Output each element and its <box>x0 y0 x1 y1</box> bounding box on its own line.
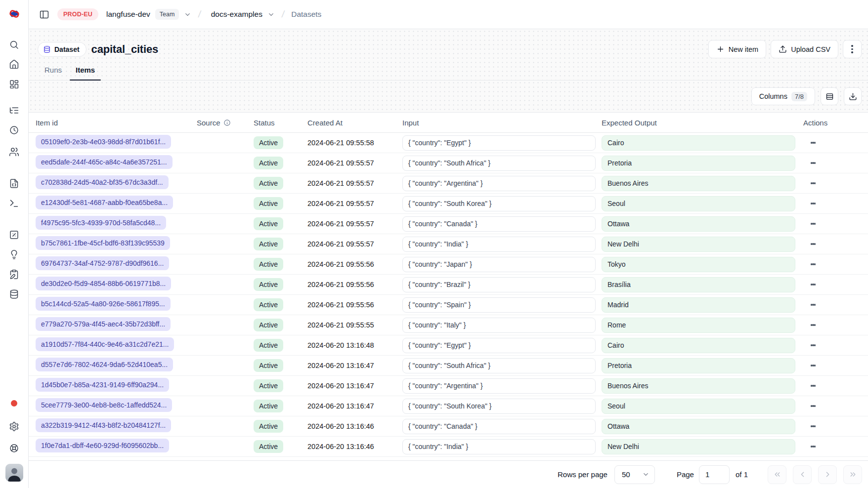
item-id-badge[interactable]: a322b319-9412-4f43-b8f2-b20484127f... <box>36 418 171 432</box>
item-id-badge[interactable]: d557e7d6-7802-4624-9da6-52d410ea5... <box>36 358 173 371</box>
tab-items[interactable]: Items <box>70 66 101 80</box>
row-actions-menu-button[interactable] <box>805 175 821 191</box>
status-badge: Active <box>254 258 283 271</box>
project-name[interactable]: docs-examples <box>211 10 262 19</box>
sidebar-toggle-icon[interactable] <box>37 7 51 22</box>
row-actions-menu-button[interactable] <box>805 358 821 373</box>
item-id-badge[interactable]: e12430df-5e81-4687-aabb-f0ea65be8a... <box>36 196 173 209</box>
header-item-id: Item id <box>36 119 197 127</box>
org-chevron-down-icon[interactable] <box>184 11 191 18</box>
page-number-input[interactable] <box>699 465 730 484</box>
table-row[interactable]: 1d45b0e7-b85a-4231-9149-6ff90a294...Acti… <box>29 376 868 396</box>
row-actions-menu-button[interactable] <box>805 337 821 353</box>
item-id-badge[interactable]: e779a270-579a-4f45-aec4-35b72d3bff... <box>36 317 171 331</box>
row-height-button[interactable] <box>821 87 838 105</box>
row-actions-menu-button[interactable] <box>805 216 821 232</box>
status-badge: Active <box>254 400 283 412</box>
table-row[interactable]: de30d2e0-f5d9-4854-88b6-0619771b8...Acti… <box>29 275 868 295</box>
item-id-badge[interactable]: c702838d-24d5-40a2-bf35-67dc3a3df... <box>36 175 169 189</box>
dashboards-icon[interactable] <box>0 74 29 94</box>
item-id-badge[interactable]: f4975c95-5fc3-4939-970d-58fa5cd48... <box>36 216 166 230</box>
tab-runs[interactable]: Runs <box>39 66 68 80</box>
export-button[interactable] <box>844 87 862 105</box>
item-id-badge[interactable]: b5c144cd-52a5-4a80-926e-58617f895... <box>36 297 171 311</box>
expected-output-cell: New Delhi <box>602 237 795 252</box>
item-id-badge[interactable]: b75c7861-1fbe-45cf-bdf6-83f139c95539 <box>36 236 170 250</box>
datasets-database-icon[interactable] <box>0 284 29 304</box>
upload-csv-button[interactable]: Upload CSV <box>771 40 838 58</box>
row-actions-menu-button[interactable] <box>805 236 821 252</box>
table-row[interactable]: e12430df-5e81-4687-aabb-f0ea65be8a...Act… <box>29 194 868 214</box>
input-cell: { "country": "South Korea" } <box>402 196 596 211</box>
created-at-cell: 2024-06-20 13:16:47 <box>307 402 402 410</box>
table-row[interactable]: d557e7d6-7802-4624-9da6-52d410ea5...Acti… <box>29 356 868 376</box>
insights-lightbulb-icon[interactable] <box>0 244 29 264</box>
users-icon[interactable] <box>0 142 29 162</box>
item-id-badge[interactable]: 1f0e7da1-dbff-4e60-929d-f6095602bb... <box>36 439 169 452</box>
table-row[interactable]: 5cee7779-3e00-4eb8-be8c-1affedd524...Act… <box>29 396 868 416</box>
item-id-badge[interactable]: eed5dafe-244f-465c-a84c-4a6e357251... <box>36 155 173 169</box>
table-toolbar: Columns 7/8 <box>29 81 868 112</box>
project-chevron-down-icon[interactable] <box>267 11 275 18</box>
last-page-button[interactable] <box>843 465 862 484</box>
playground-terminal-icon[interactable] <box>0 193 29 213</box>
table-row[interactable]: eed5dafe-244f-465c-a84c-4a6e357251...Act… <box>29 153 868 173</box>
rows-per-page-select[interactable]: 50 <box>614 465 655 484</box>
previous-page-button[interactable] <box>793 465 812 484</box>
search-icon[interactable] <box>0 35 29 54</box>
item-id-badge[interactable]: de30d2e0-f5d9-4854-88b6-0619771b8... <box>36 277 171 290</box>
row-actions-menu-button[interactable] <box>805 277 821 292</box>
table-row[interactable]: a322b319-9412-4f43-b8f2-b20484127f...Act… <box>29 416 868 437</box>
next-page-button[interactable] <box>818 465 837 484</box>
support-lifebuoy-icon[interactable] <box>0 438 29 458</box>
created-at-cell: 2024-06-21 09:55:57 <box>307 200 402 207</box>
sessions-clock-icon[interactable] <box>0 120 29 140</box>
settings-gear-icon[interactable] <box>0 416 29 436</box>
row-actions-menu-button[interactable] <box>805 135 821 151</box>
table-row[interactable]: c702838d-24d5-40a2-bf35-67dc3a3df...Acti… <box>29 173 868 194</box>
new-item-button[interactable]: New item <box>708 40 766 58</box>
first-page-button[interactable] <box>768 465 786 484</box>
created-at-cell: 2024-06-20 13:16:46 <box>307 443 402 450</box>
expected-output-cell: Ottawa <box>602 216 795 232</box>
org-name[interactable]: langfuse-dev <box>106 10 150 19</box>
home-icon[interactable] <box>0 54 29 74</box>
tracing-icon[interactable] <box>0 100 29 120</box>
row-actions-menu-button[interactable] <box>805 155 821 171</box>
user-avatar[interactable] <box>5 464 23 482</box>
prompts-file-icon[interactable] <box>0 173 29 193</box>
table-row[interactable]: f4975c95-5fc3-4939-970d-58fa5cd48...Acti… <box>29 214 868 234</box>
row-actions-menu-button[interactable] <box>805 196 821 211</box>
page-total-label: of 1 <box>736 470 748 479</box>
status-badge: Active <box>254 177 283 190</box>
table-row[interactable]: b75c7861-1fbe-45cf-bdf6-83f139c95539Acti… <box>29 234 868 254</box>
item-id-badge[interactable]: a1910d57-7f84-440c-9e46-a31c2d7e21... <box>36 337 174 351</box>
item-id-badge[interactable]: 05109ef0-2e3b-4e03-98dd-8f7d01b61f... <box>36 135 171 149</box>
item-id-badge[interactable]: 69764737-34af-4752-9787-d90df9616... <box>36 256 169 270</box>
more-actions-button[interactable] <box>843 40 862 58</box>
item-id-badge[interactable]: 5cee7779-3e00-4eb8-be8c-1affedd524... <box>36 398 172 412</box>
evaluation-percent-icon[interactable] <box>0 225 29 244</box>
row-actions-menu-button[interactable] <box>805 317 821 333</box>
row-actions-menu-button[interactable] <box>805 398 821 414</box>
status-badge: Active <box>254 420 283 433</box>
input-cell: { "country": "Italy" } <box>402 318 596 333</box>
row-actions-menu-button[interactable] <box>805 418 821 434</box>
input-cell: { "country": "South Korea" } <box>402 399 596 414</box>
expected-output-cell: Cairo <box>602 135 795 151</box>
columns-button[interactable]: Columns 7/8 <box>751 87 815 105</box>
annotation-clipboard-icon[interactable] <box>0 264 29 284</box>
row-actions-menu-button[interactable] <box>805 297 821 313</box>
expected-output-cell: Pretoria <box>602 156 795 171</box>
table-row[interactable]: e779a270-579a-4f45-aec4-35b72d3bff...Act… <box>29 315 868 335</box>
table-row[interactable]: 1f0e7da1-dbff-4e60-929d-f6095602bb...Act… <box>29 437 868 457</box>
table-row[interactable]: 69764737-34af-4752-9787-d90df9616...Acti… <box>29 254 868 275</box>
item-id-badge[interactable]: 1d45b0e7-b85a-4231-9149-6ff90a294... <box>36 378 169 392</box>
row-actions-menu-button[interactable] <box>805 378 821 394</box>
row-actions-menu-button[interactable] <box>805 439 821 454</box>
table-row[interactable]: 05109ef0-2e3b-4e03-98dd-8f7d01b61f...Act… <box>29 133 868 153</box>
status-badge: Active <box>254 197 283 210</box>
row-actions-menu-button[interactable] <box>805 256 821 272</box>
table-row[interactable]: b5c144cd-52a5-4a80-926e-58617f895...Acti… <box>29 295 868 315</box>
table-row[interactable]: a1910d57-7f84-440c-9e46-a31c2d7e21...Act… <box>29 335 868 356</box>
